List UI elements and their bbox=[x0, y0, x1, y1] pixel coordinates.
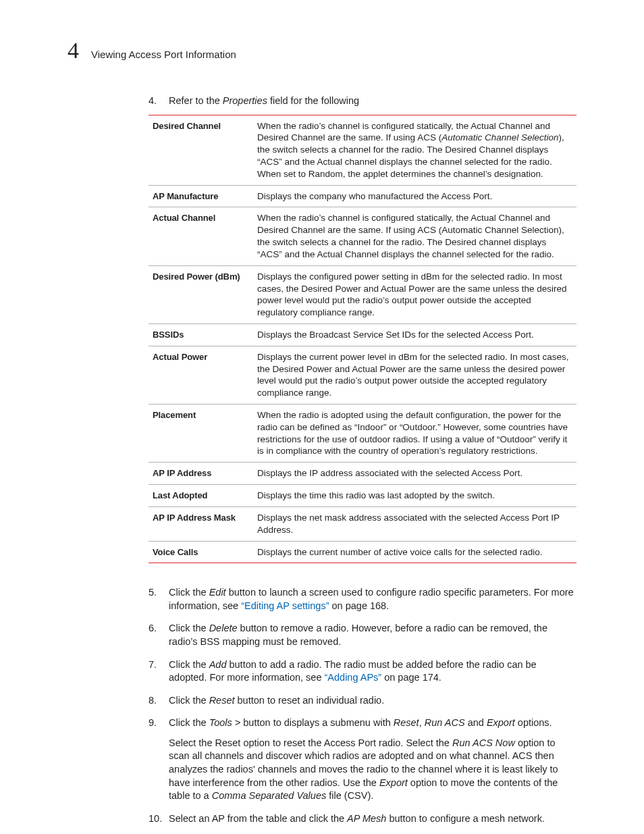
text: Click the bbox=[169, 623, 209, 633]
step-10: 10. Select an AP from the table and clic… bbox=[149, 812, 576, 826]
xref-link[interactable]: “Editing AP settings” bbox=[241, 600, 329, 611]
property-term: AP Manufacture bbox=[149, 185, 253, 207]
emphasis: AP Mesh bbox=[347, 813, 386, 824]
property-description: Displays the net mask address associated… bbox=[253, 506, 576, 541]
emphasis: Properties bbox=[223, 95, 267, 106]
property-term: BSSIDs bbox=[149, 323, 253, 346]
emphasis: Edit bbox=[209, 587, 226, 598]
property-term: Last Adopted bbox=[149, 485, 253, 507]
emphasis: Run ACS Now bbox=[452, 737, 515, 748]
text: button to reset an individual radio. bbox=[235, 695, 385, 706]
emphasis: Run ACS bbox=[425, 717, 465, 728]
emphasis: Automatic Channel Selection bbox=[441, 132, 558, 142]
text: Refer to the bbox=[169, 95, 223, 106]
text: options. bbox=[515, 717, 552, 728]
text: Click the bbox=[169, 695, 209, 706]
step-body: Click the Edit button to launch a screen… bbox=[169, 586, 576, 613]
procedure-steps: 4. Refer to the Properties field for the… bbox=[149, 95, 576, 825]
property-term: Voice Calls bbox=[149, 541, 253, 563]
step-body: Click the Reset button to reset an indiv… bbox=[169, 694, 576, 708]
step-6: 6. Click the Delete button to remove a r… bbox=[149, 622, 576, 648]
step-number: 6. bbox=[149, 622, 169, 648]
property-description: When the radio’s channel is configured s… bbox=[253, 207, 576, 265]
property-description: Displays the configured power setting in… bbox=[253, 265, 576, 323]
step-number: 8. bbox=[149, 694, 169, 708]
running-header: 4 Viewing Access Port Information bbox=[68, 39, 576, 62]
step-5: 5. Click the Edit button to launch a scr… bbox=[149, 586, 576, 613]
step-7: 7. Click the Add button to add a radio. … bbox=[149, 658, 576, 685]
step-number: 10. bbox=[149, 812, 169, 826]
emphasis: Export bbox=[487, 717, 515, 728]
text: , bbox=[419, 717, 425, 728]
text: button to configure a mesh network. bbox=[386, 813, 545, 824]
text: button to displays a submenu with bbox=[240, 717, 394, 728]
emphasis: Add bbox=[209, 659, 227, 670]
property-term: Placement bbox=[149, 405, 253, 463]
property-description: Displays the time this radio was last ad… bbox=[253, 485, 576, 507]
emphasis: Comma Separated Values bbox=[212, 790, 327, 801]
table-row: Desired Power (dBm)Displays the configur… bbox=[149, 265, 576, 323]
step-body: Click the Tools > button to displays a s… bbox=[169, 716, 576, 802]
properties-table: Desired ChannelWhen the radio’s channel … bbox=[149, 115, 576, 564]
text: Select the Reset option to reset the Acc… bbox=[169, 737, 452, 748]
step-4: 4. Refer to the Properties field for the… bbox=[149, 95, 576, 577]
page: 4 Viewing Access Port Information 4. Ref… bbox=[0, 0, 644, 834]
table-row: AP ManufactureDisplays the company who m… bbox=[149, 185, 576, 207]
property-description: When the radio’s channel is configured s… bbox=[253, 115, 576, 185]
chapter-title: Viewing Access Port Information bbox=[91, 48, 236, 61]
property-term: AP IP Address Mask bbox=[149, 506, 253, 541]
property-term: Actual Power bbox=[149, 346, 253, 404]
property-description: When the radio is adopted using the defa… bbox=[253, 405, 576, 463]
table-row: Desired ChannelWhen the radio’s channel … bbox=[149, 115, 576, 185]
property-term: Actual Channel bbox=[149, 207, 253, 265]
table-row: PlacementWhen the radio is adopted using… bbox=[149, 405, 576, 463]
emphasis: Delete bbox=[209, 623, 238, 633]
step-number: 9. bbox=[149, 716, 169, 802]
emphasis: Reset bbox=[209, 695, 235, 706]
property-description: Displays the company who manufactured th… bbox=[253, 185, 576, 207]
table-row: Last AdoptedDisplays the time this radio… bbox=[149, 485, 576, 507]
property-description: Displays the Broadcast Service Set IDs f… bbox=[253, 323, 576, 346]
text: Click the bbox=[169, 717, 209, 728]
property-term: AP IP Address bbox=[149, 463, 253, 485]
property-description: Displays the current power level in dBm … bbox=[253, 346, 576, 404]
emphasis: Tools > bbox=[209, 717, 241, 728]
main-content: 4. Refer to the Properties field for the… bbox=[149, 95, 576, 825]
text: file (CSV). bbox=[326, 790, 373, 801]
property-term: Desired Channel bbox=[149, 115, 253, 185]
property-description: Displays the IP address associated with … bbox=[253, 463, 576, 485]
text: and bbox=[465, 717, 487, 728]
text: Select an AP from the table and click th… bbox=[169, 813, 347, 824]
step-9: 9. Click the Tools > button to displays … bbox=[149, 716, 576, 802]
property-term: Desired Power (dBm) bbox=[149, 265, 253, 323]
emphasis: Reset bbox=[394, 717, 419, 728]
table-row: AP IP AddressDisplays the IP address ass… bbox=[149, 463, 576, 485]
step-body: Select an AP from the table and click th… bbox=[169, 812, 576, 826]
chapter-number: 4 bbox=[68, 39, 79, 62]
step-number: 5. bbox=[149, 586, 169, 613]
text: on page 168. bbox=[329, 600, 390, 611]
emphasis: Export bbox=[379, 777, 408, 788]
table-row: BSSIDsDisplays the Broadcast Service Set… bbox=[149, 323, 576, 346]
text: Click the bbox=[169, 587, 209, 598]
step-body: Refer to the Properties field for the fo… bbox=[169, 95, 576, 577]
table-row: Actual ChannelWhen the radio’s channel i… bbox=[149, 207, 576, 265]
table-row: Voice CallsDisplays the current number o… bbox=[149, 541, 576, 563]
step-body: Click the Delete button to remove a radi… bbox=[169, 622, 576, 648]
text: field for the following bbox=[267, 95, 359, 106]
step-body: Click the Add button to add a radio. The… bbox=[169, 658, 576, 685]
xref-link[interactable]: “Adding APs” bbox=[325, 672, 382, 683]
property-description: Displays the current number of active vo… bbox=[253, 541, 576, 563]
text: on page 174. bbox=[381, 672, 441, 683]
text: Click the bbox=[169, 659, 209, 670]
step-number: 7. bbox=[149, 658, 169, 685]
table-row: AP IP Address MaskDisplays the net mask … bbox=[149, 506, 576, 541]
step-8: 8. Click the Reset button to reset an in… bbox=[149, 694, 576, 708]
table-row: Actual PowerDisplays the current power l… bbox=[149, 346, 576, 404]
